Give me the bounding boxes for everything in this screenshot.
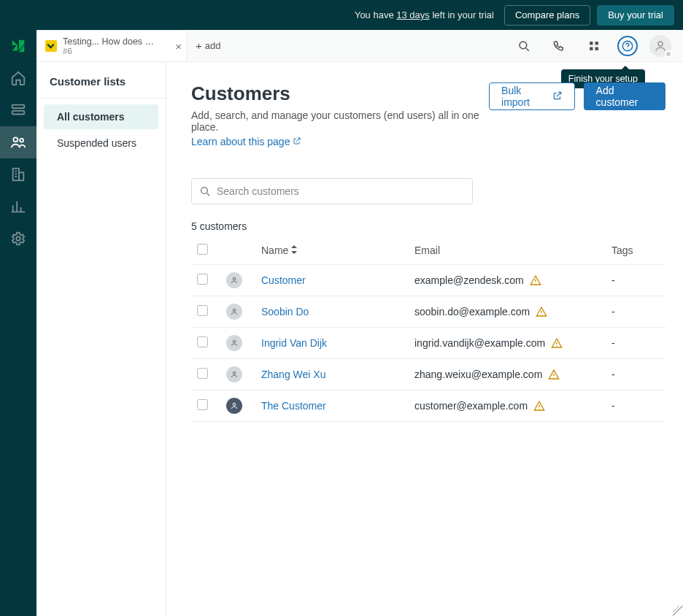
- content-area: Customers Add, search, and manage your c…: [166, 62, 683, 616]
- svg-rect-10: [590, 47, 593, 50]
- column-header-email[interactable]: Email: [409, 236, 606, 265]
- customer-tags: -: [606, 390, 665, 422]
- customer-name-link[interactable]: Zhang Wei Xu: [261, 369, 325, 380]
- learn-more-link[interactable]: Learn about this page: [191, 136, 301, 147]
- svg-rect-5: [19, 172, 23, 180]
- nav-customers-icon[interactable]: [0, 126, 36, 158]
- side-panel: Customer lists All customersSuspended us…: [36, 62, 166, 616]
- customer-tags: -: [606, 296, 665, 328]
- svg-point-3: [20, 139, 23, 142]
- add-tab-button[interactable]: + add: [187, 30, 219, 61]
- row-checkbox[interactable]: [197, 274, 208, 285]
- phone-icon[interactable]: [547, 34, 571, 58]
- customer-name-link[interactable]: The Customer: [261, 400, 326, 412]
- divider: [36, 98, 166, 99]
- result-count: 5 customers: [191, 220, 665, 232]
- column-header-tags[interactable]: Tags: [606, 236, 665, 265]
- table-row: Ingrid Van Dijkingrid.vandijk@example.co…: [191, 328, 665, 359]
- sidebar-item-suspended-users[interactable]: Suspended users: [44, 131, 158, 155]
- table-row: The Customercustomer@example.com-: [191, 390, 665, 422]
- trial-banner: You have 13 days left in your trial Comp…: [0, 0, 683, 30]
- row-checkbox[interactable]: [197, 368, 208, 379]
- svg-rect-0: [12, 105, 25, 109]
- warning-icon: [536, 306, 547, 317]
- svg-point-2: [13, 137, 18, 142]
- close-icon[interactable]: ×: [175, 41, 182, 52]
- customer-avatar: [226, 398, 242, 414]
- learn-more-label: Learn about this page: [191, 136, 290, 147]
- nav-views-icon[interactable]: [0, 94, 36, 126]
- customer-name-link[interactable]: Soobin Do: [261, 306, 309, 317]
- tab-subtitle: #6: [63, 47, 158, 55]
- apps-icon[interactable]: [582, 34, 606, 58]
- customers-table: Name Email Tags Customerexample@zendesk.…: [191, 236, 665, 422]
- row-checkbox[interactable]: [197, 399, 208, 410]
- nav-admin-icon[interactable]: [0, 223, 36, 255]
- trial-days[interactable]: 13 days: [396, 9, 430, 20]
- svg-point-17: [535, 282, 536, 283]
- svg-point-23: [554, 377, 555, 377]
- customer-tags: -: [606, 359, 665, 390]
- svg-point-16: [233, 277, 236, 280]
- external-link-icon: [293, 136, 301, 147]
- customer-email: ingrid.vandijk@example.com: [414, 337, 545, 349]
- brand-logo-icon[interactable]: [0, 30, 36, 62]
- nav-reporting-icon[interactable]: [0, 190, 36, 223]
- select-all-checkbox[interactable]: [197, 244, 208, 255]
- nav-rail: [0, 30, 36, 616]
- buy-trial-button[interactable]: Buy your trial: [597, 5, 674, 26]
- customer-tags: -: [606, 328, 665, 359]
- bulk-import-button[interactable]: Bulk import: [489, 82, 575, 110]
- svg-point-13: [627, 48, 628, 49]
- bulk-import-label: Bulk import: [501, 85, 547, 108]
- resize-handle-icon: [673, 606, 683, 616]
- tab-ticket[interactable]: Testing... How does Z... #6 ×: [36, 30, 187, 61]
- svg-point-21: [557, 345, 557, 346]
- column-header-name[interactable]: Name: [255, 236, 409, 265]
- sort-icon: [291, 245, 298, 254]
- svg-point-19: [541, 314, 542, 315]
- add-customer-button[interactable]: Add customer: [584, 82, 665, 110]
- page-title: Customers: [191, 82, 489, 105]
- row-checkbox[interactable]: [197, 305, 208, 316]
- customer-email: customer@example.com: [414, 400, 528, 412]
- warning-icon: [533, 400, 545, 412]
- search-input[interactable]: [217, 185, 465, 197]
- svg-point-6: [16, 236, 20, 241]
- svg-point-14: [658, 42, 663, 46]
- tab-title: Testing... How does Z...: [63, 36, 158, 47]
- add-tab-label: add: [205, 40, 221, 51]
- customer-email: zhang.weixu@example.com: [414, 369, 542, 380]
- search-field-wrapper[interactable]: [191, 178, 473, 204]
- customer-email: soobin.do@example.com: [414, 306, 530, 317]
- customer-name-link[interactable]: Ingrid Van Dijk: [261, 337, 327, 349]
- ticket-icon: [45, 40, 57, 52]
- svg-rect-8: [590, 42, 593, 45]
- svg-point-18: [233, 309, 236, 312]
- customer-name-link[interactable]: Customer: [261, 274, 306, 286]
- svg-point-24: [233, 403, 236, 406]
- nav-organizations-icon[interactable]: [0, 158, 36, 190]
- plus-icon: +: [196, 39, 202, 52]
- warning-icon: [551, 337, 563, 349]
- search-icon[interactable]: [512, 34, 536, 58]
- nav-home-icon[interactable]: [0, 62, 36, 94]
- row-checkbox[interactable]: [197, 336, 208, 347]
- svg-point-15: [201, 188, 208, 194]
- help-icon[interactable]: [617, 36, 638, 56]
- search-icon: [199, 185, 211, 197]
- trial-message: You have 13 days left in your trial: [355, 9, 494, 20]
- side-panel-title: Customer lists: [36, 75, 166, 98]
- status-dot-icon: [665, 50, 672, 58]
- tab-bar: Testing... How does Z... #6 × + add: [36, 30, 683, 62]
- customer-avatar: [226, 272, 242, 288]
- user-avatar[interactable]: [649, 35, 671, 57]
- customer-email: example@zendesk.com: [414, 274, 524, 286]
- table-row: Customerexample@zendesk.com-: [191, 265, 665, 296]
- sidebar-item-all-customers[interactable]: All customers: [44, 104, 158, 129]
- compare-plans-button[interactable]: Compare plans: [504, 5, 590, 26]
- svg-point-22: [233, 371, 236, 374]
- svg-rect-9: [595, 42, 599, 45]
- warning-icon: [530, 274, 541, 286]
- customer-tags: -: [606, 265, 665, 296]
